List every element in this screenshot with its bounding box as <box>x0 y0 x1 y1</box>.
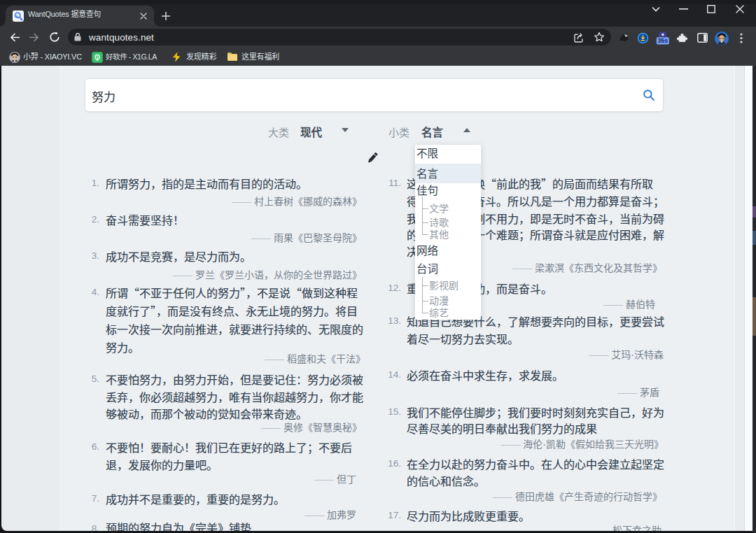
svg-text:35s: 35s <box>657 37 668 44</box>
